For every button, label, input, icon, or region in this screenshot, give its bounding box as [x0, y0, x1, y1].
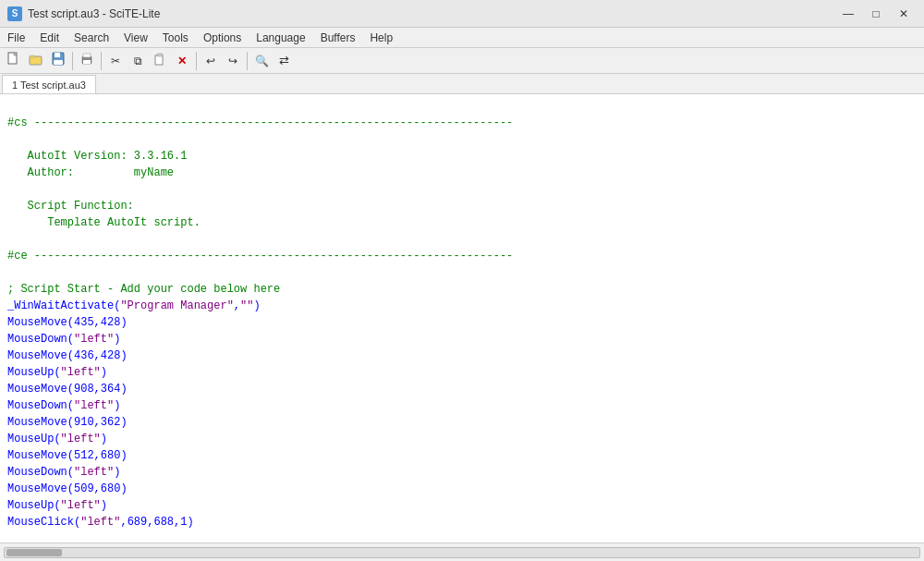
code-line-4: Author: myName	[7, 165, 917, 181]
code-line-25: MouseClick("left",689,688,1)	[7, 514, 917, 531]
open-icon	[29, 52, 43, 69]
window-title: Test script.au3 - SciTE-Lite	[28, 7, 835, 20]
menu-item-search[interactable]: Search	[67, 28, 116, 47]
print-button[interactable]	[77, 51, 97, 71]
redo-button[interactable]: ↪	[223, 51, 243, 71]
code-line-22: MouseDown("left")	[7, 464, 917, 481]
code-line-1: #cs ------------------------------------…	[7, 115, 917, 131]
code-line-8	[7, 231, 917, 248]
code-line-9: #ce ------------------------------------…	[7, 248, 917, 264]
code-line-12: _WinWaitActivate("Program Manager","")	[7, 298, 917, 314]
code-line-24: MouseUp("left")	[7, 497, 917, 514]
redo-icon: ↪	[228, 55, 237, 67]
code-line-16: MouseUp("left")	[7, 364, 917, 381]
save-icon	[51, 52, 66, 69]
svg-rect-3	[30, 55, 35, 57]
paste-icon	[153, 53, 166, 68]
tab-bar: 1 Test script.au3	[0, 74, 924, 94]
code-line-21: MouseMove(512,680)	[7, 447, 917, 464]
undo-icon: ↩	[206, 55, 215, 67]
menu-item-language[interactable]: Language	[249, 28, 312, 47]
svg-rect-11	[157, 54, 163, 56]
replace-button[interactable]: ⇄	[274, 51, 294, 71]
print-icon	[79, 52, 94, 69]
code-editor[interactable]: #cs ------------------------------------…	[0, 94, 924, 543]
code-line-14: MouseDown("left")	[7, 331, 917, 348]
separator-3	[196, 52, 197, 70]
scrollbar-thumb[interactable]	[6, 549, 62, 556]
copy-icon: ⧉	[134, 55, 142, 67]
paste-button[interactable]	[150, 51, 170, 71]
code-line-20: MouseUp("left")	[7, 431, 917, 447]
save-button[interactable]	[48, 51, 68, 71]
horizontal-scrollbar[interactable]	[4, 547, 920, 558]
code-line-7: Template AutoIt script.	[7, 214, 917, 231]
find-icon: 🔍	[255, 55, 269, 67]
replace-icon: ⇄	[279, 54, 289, 67]
new-icon	[6, 52, 21, 69]
code-line-3: AutoIt Version: 3.3.16.1	[7, 148, 917, 165]
code-line-18: MouseDown("left")	[7, 397, 917, 414]
menu-item-view[interactable]: View	[116, 28, 155, 47]
menu-bar: FileEditSearchViewToolsOptionsLanguageBu…	[0, 28, 924, 48]
code-line-6: Script Function:	[7, 198, 917, 214]
find-button[interactable]: 🔍	[251, 51, 272, 71]
status-bar	[0, 543, 924, 561]
menu-item-options[interactable]: Options	[196, 28, 249, 47]
open-button[interactable]	[26, 51, 46, 71]
code-line-13: MouseMove(435,428)	[7, 314, 917, 331]
menu-item-file[interactable]: File	[0, 28, 32, 47]
menu-item-edit[interactable]: Edit	[32, 28, 67, 47]
close-file-button[interactable]: ✕	[172, 51, 192, 71]
undo-button[interactable]: ↩	[201, 51, 221, 71]
toolbar: ✂ ⧉ ✕ ↩ ↪ 🔍 ⇄	[0, 48, 924, 74]
tab-label: 1 Test script.au3	[12, 79, 86, 91]
menu-item-buffers[interactable]: Buffers	[313, 28, 363, 47]
separator-1	[72, 52, 73, 70]
code-line-5	[7, 181, 917, 198]
code-line-11: ; Script Start - Add your code below her…	[7, 281, 917, 298]
code-line-0	[7, 98, 917, 115]
app-icon: S	[7, 6, 22, 21]
cut-icon: ✂	[111, 55, 120, 67]
minimize-button[interactable]: —	[835, 5, 861, 23]
svg-rect-6	[54, 60, 63, 65]
separator-2	[101, 52, 102, 70]
close-button[interactable]: ✕	[891, 5, 917, 23]
svg-rect-9	[83, 60, 91, 64]
new-button[interactable]	[4, 51, 24, 71]
title-bar: S Test script.au3 - SciTE-Lite — □ ✕	[0, 0, 924, 28]
window-controls: — □ ✕	[835, 5, 917, 23]
copy-button[interactable]: ⧉	[128, 51, 148, 71]
code-line-17: MouseMove(908,364)	[7, 381, 917, 397]
code-line-2	[7, 131, 917, 148]
svg-rect-8	[83, 54, 91, 57]
maximize-button[interactable]: □	[863, 5, 889, 23]
svg-rect-2	[30, 56, 42, 65]
code-line-15: MouseMove(436,428)	[7, 348, 917, 364]
menu-item-help[interactable]: Help	[362, 28, 400, 47]
separator-4	[247, 52, 248, 70]
cut-button[interactable]: ✂	[105, 51, 126, 71]
file-tab[interactable]: 1 Test script.au3	[2, 75, 96, 93]
code-line-10	[7, 264, 917, 281]
code-line-19: MouseMove(910,362)	[7, 414, 917, 431]
svg-rect-10	[155, 55, 163, 65]
editor-area[interactable]: #cs ------------------------------------…	[0, 94, 924, 543]
menu-item-tools[interactable]: Tools	[155, 28, 196, 47]
code-line-23: MouseMove(509,680)	[7, 481, 917, 497]
svg-rect-5	[55, 53, 60, 57]
close-file-icon: ✕	[177, 55, 187, 67]
